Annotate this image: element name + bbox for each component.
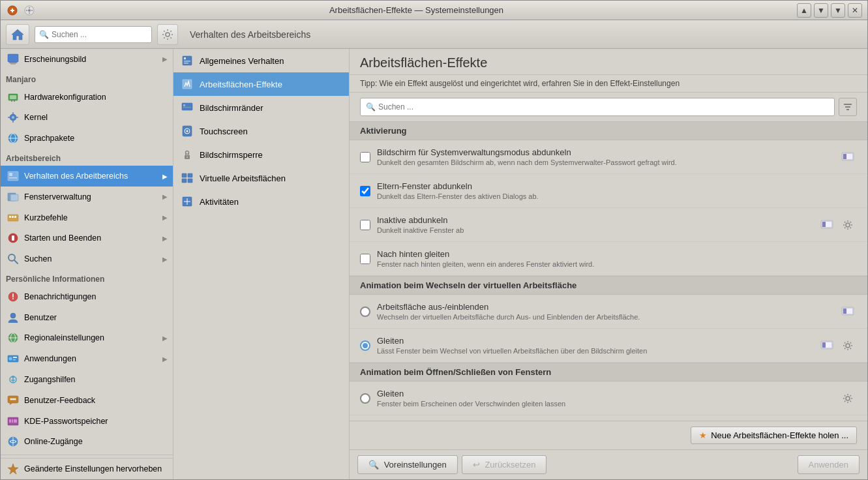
effect-settings-btn-gleiten-virtual[interactable]: [839, 337, 857, 355]
svg-rect-17: [9, 173, 12, 176]
toolbar-search-input[interactable]: [52, 30, 143, 39]
svg-point-91: [846, 344, 850, 348]
middle-panel: Allgemeines Verhalten Arbeitsflächen-Eff…: [173, 49, 350, 479]
sidebar-item-region[interactable]: Regionaleinstellungen ▶: [1, 328, 173, 349]
sidebar-section-arbeitsbereich: Arbeitsbereich: [1, 149, 173, 166]
effect-settings-btn-inaktive[interactable]: [839, 216, 857, 234]
sidebar-item-lang[interactable]: Sprachpakete: [1, 128, 173, 149]
reset-button[interactable]: ↩ Zurücksetzen: [462, 455, 547, 474]
region-icon: [6, 331, 20, 345]
sidebar-item-access[interactable]: Zugangshilfen: [1, 369, 173, 390]
sidebar-item-verhalten[interactable]: Verhalten des Arbeitbereichs ▶: [1, 166, 173, 187]
right-search-input[interactable]: [378, 102, 829, 112]
effect-name-eltern: Eltern-Fenster abdunkeln: [377, 181, 850, 191]
apply-button[interactable]: Anwenden: [798, 455, 860, 474]
middle-item-touch[interactable]: Touchscreen: [173, 119, 349, 143]
sidebar-item-kernel[interactable]: Kernel: [1, 108, 173, 128]
sperre-icon: [180, 147, 194, 162]
app-icon[interactable]: [6, 4, 19, 17]
reset-icon: ↩: [473, 460, 480, 470]
expand-btn[interactable]: ▼: [831, 3, 845, 18]
sidebar-item-notif[interactable]: ! Benachrichtigungen: [1, 286, 173, 307]
svg-rect-83: [822, 222, 826, 227]
svg-rect-23: [12, 216, 14, 218]
middle-item-effekte[interactable]: Arbeitsflächen-Effekte: [173, 72, 349, 96]
kurz-icon: [6, 211, 20, 225]
touch-icon: [180, 124, 194, 138]
sidebar-item-user[interactable]: Benutzer: [1, 307, 173, 328]
sidebar-item-start[interactable]: Starten und Beenden ▶: [1, 228, 173, 248]
svg-rect-59: [182, 103, 192, 110]
kurz-arrow: ▶: [162, 214, 168, 221]
svg-rect-24: [14, 216, 16, 218]
svg-rect-90: [822, 342, 826, 348]
effect-actions-gleiten-fenster: [839, 389, 857, 408]
sidebar-item-highlight[interactable]: Geänderte Einstellungen hervorheben: [1, 458, 173, 479]
effect-config-btn-inaktive[interactable]: [818, 216, 836, 234]
effect-config-btn-sys[interactable]: [839, 148, 857, 166]
effect-checkbox-eltern[interactable]: [360, 186, 370, 196]
sidebar-section-personal: Persönliche Informationen: [1, 269, 173, 286]
right-title: Arbeitsflächen-Effekte: [350, 49, 867, 75]
titlebar: Arbeitsflächen-Effekte — Systemeinstellu…: [1, 1, 867, 20]
window-title: Arbeitsflächen-Effekte — Systemeinstellu…: [36, 5, 797, 15]
sidebar-item-feedback[interactable]: Benutzer-Feedback: [1, 390, 173, 411]
middle-item-sperre[interactable]: Bildschirmsperre: [173, 143, 349, 166]
scroll-up-btn[interactable]: ▲: [797, 3, 811, 18]
toolbar-settings-btn[interactable]: [157, 24, 178, 45]
scroll-down-btn[interactable]: ▼: [814, 3, 828, 18]
middle-item-bildschirm[interactable]: Bildschirmränder: [173, 96, 349, 119]
svg-rect-69: [188, 173, 192, 177]
touch-label: Touchscreen: [200, 127, 248, 136]
effect-checkbox-sys[interactable]: [360, 152, 370, 162]
middle-item-allgemein[interactable]: Allgemeines Verhalten: [173, 49, 349, 72]
svg-rect-68: [182, 173, 187, 177]
close-btn[interactable]: ✕: [848, 3, 862, 18]
sidebar-item-suchen[interactable]: Suchen ▶: [1, 248, 173, 269]
sidebar-item-kurz[interactable]: Kurzbefehle ▶: [1, 207, 173, 228]
radio-auseinblenden[interactable]: [360, 307, 370, 317]
svg-point-36: [9, 357, 12, 361]
sidebar-item-hardware[interactable]: Hardwarekonfiguration: [1, 87, 173, 108]
new-effects-button[interactable]: ★ Neue Arbeitsflächen-Effekte holen ...: [691, 427, 857, 444]
effekte-icon: [180, 77, 194, 91]
toolbar-section-title: Verhalten des Arbeitsbereichs: [190, 29, 310, 40]
new-effects-label: Neue Arbeitsflächen-Effekte holen ...: [711, 430, 848, 440]
left-buttons: 🔍 Voreinstellungen ↩ Zurücksetzen: [357, 455, 546, 474]
toolbar-search-box[interactable]: 🔍: [35, 26, 152, 43]
effect-text-gleiten-virtual: Gleiten Lässt Fenster beim Wechsel von v…: [377, 336, 811, 355]
svg-rect-6: [10, 63, 16, 65]
titlebar-left: [6, 4, 36, 17]
sidebar-item-online[interactable]: Online-Zugänge: [1, 432, 173, 453]
middle-item-virtuelle[interactable]: Virtuelle Arbeitsflächen: [173, 166, 349, 190]
svg-point-31: [10, 313, 16, 318]
filter-button[interactable]: [839, 98, 857, 116]
reset-defaults-button[interactable]: 🔍 Voreinstellungen: [357, 455, 458, 474]
kernel-icon: [6, 110, 20, 125]
effect-checkbox-inaktive[interactable]: [360, 220, 370, 230]
middle-item-aktivitaeten[interactable]: Aktivitäten: [173, 190, 349, 213]
sidebar-item-apps[interactable]: Anwendungen ▶: [1, 348, 173, 369]
sidebar-item-kde[interactable]: KDE-Passwortspeicher: [1, 411, 173, 432]
new-effects-bar: ★ Neue Arbeitsflächen-Effekte holen ...: [350, 421, 867, 449]
effect-settings-btn-gleiten-fenster[interactable]: [839, 389, 857, 408]
radio-gleiten-virtual[interactable]: [360, 340, 370, 351]
reset-defaults-label: Voreinstellungen: [384, 460, 447, 470]
effect-desc-inaktive: Dunkelt inaktive Fenster ab: [377, 226, 811, 234]
sidebar-item-appearance[interactable]: Erscheinungsbild ▶: [1, 49, 173, 70]
right-search-box[interactable]: 🔍: [360, 98, 835, 116]
sidebar-section-manjaro: Manjaro: [1, 70, 173, 87]
effect-row-hinten: Nach hinten gleiten Fenster nach hinten …: [350, 242, 867, 276]
effect-config-btn-auseinblenden[interactable]: [839, 303, 857, 321]
effect-name-inaktive: Inaktive abdunkeln: [377, 215, 811, 225]
effect-config-btn-gleiten-virtual[interactable]: [818, 337, 836, 355]
effects-scroll: Aktivierung Bildschirm für Systemverwalt…: [350, 121, 867, 421]
sidebar-item-fenster[interactable]: Fensterverwaltung ▶: [1, 187, 173, 207]
radio-gleiten-fenster[interactable]: [360, 393, 370, 404]
effect-checkbox-hinten[interactable]: [360, 254, 370, 264]
home-button[interactable]: [6, 24, 29, 45]
fenster-label: Fensterverwaltung: [24, 192, 158, 202]
effect-desc-eltern: Dunkelt das Eltern-Fenster des aktiven D…: [377, 192, 850, 200]
titlebar-menu-icon[interactable]: [23, 4, 36, 17]
verhalten-icon: [6, 169, 20, 183]
